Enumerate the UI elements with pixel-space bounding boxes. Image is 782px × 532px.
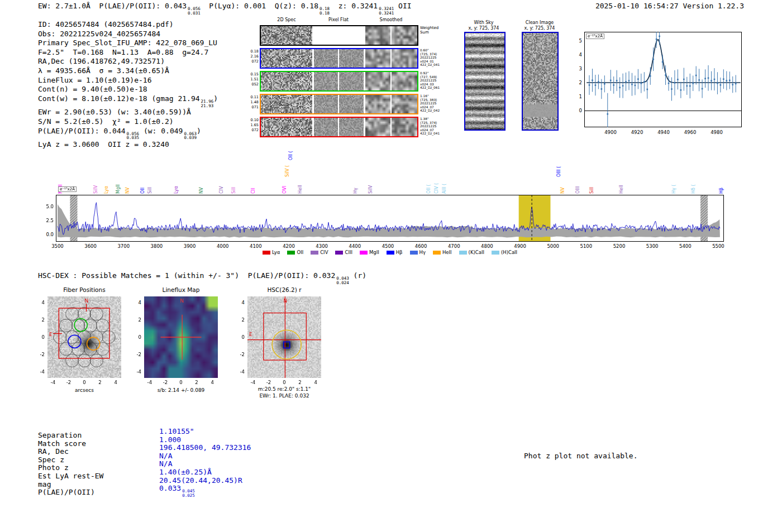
fit-ytick-0: 0 (570, 108, 582, 113)
spectrum-xtick-3800: 3800 (148, 243, 165, 249)
spectrum-xtick-5300: 5300 (644, 243, 661, 249)
match-value-4: N/A (159, 460, 251, 468)
info-line-1: Obs: 20221225v024_4025657484 (38, 30, 218, 39)
summary-header-line: EW: 2.7±1.0Å P(LAE)/P(OII): 0.0430.0560.… (38, 2, 412, 16)
spectrum-xtick-4400: 4400 (346, 243, 363, 249)
info-line-5: λ = 4935.66Å σ = 3.34(±0.65)Å (38, 66, 218, 76)
spec2d-row-3-right-labels: 1.16"(725, 383)20221225v024_07422_LU_042 (420, 94, 446, 113)
cutout-0-xtick--4: -4 (47, 380, 59, 385)
match-table-values: 1.10155"1.000196.418500, 49.732316N/AN/A… (159, 428, 251, 493)
legend-item-H: Hγ (410, 250, 426, 255)
legend-item-CIII: CIII (335, 250, 352, 255)
spec2d-row-3-left-labels: 0.111.48071 (246, 95, 259, 110)
cutout-1-xtick--2: -2 (160, 380, 171, 385)
cutout-2-ytick-0: 0 (232, 334, 245, 340)
hsc-cutout-title: HSC(26.2) r (247, 286, 321, 293)
col-header-pixel-flat: Pixel Flat (312, 17, 365, 22)
legend-swatch (387, 251, 394, 255)
fit-ytick-3: 3 (570, 66, 582, 71)
cutout-2-ytick-4: 4 (232, 300, 245, 305)
fiber-positions-cutout (47, 296, 121, 378)
emission-label-OII: OII (140, 188, 145, 194)
cutout-2-xtick-0: 0 (279, 380, 290, 385)
emission-label-HeII: HeII (619, 185, 624, 194)
spec2d-row-0-smoothed-strip (365, 26, 417, 45)
legend-swatch (335, 251, 343, 255)
spec2d-row-2-smoothed-strip (365, 72, 417, 90)
spectrum-ytick-5: 5.0 (39, 204, 54, 209)
spec2d-row-1-2dspec-strip (261, 49, 312, 68)
hsc-caption-morphology: m:20.5 re:2.0" s:1.1" (236, 386, 332, 392)
spectrum-xtick-4700: 4700 (446, 243, 462, 249)
spectrum-xtick-5400: 5400 (677, 243, 694, 249)
emission-label-SiIV: SiIV (93, 185, 98, 194)
spec2d-row-3 (260, 94, 418, 114)
legend-swatch (433, 251, 441, 255)
fit-xtick-4960: 4960 (682, 130, 699, 135)
uncertainty-stack: 0.0560.035 (127, 132, 140, 141)
spectrum-xtick-3900: 3900 (182, 243, 198, 249)
spec2d-row-2 (260, 71, 418, 92)
cutout-0-ytick-0: 0 (32, 334, 45, 340)
uncertainty-stack: 0.0630.039 (184, 132, 197, 141)
cutout-1-ytick--2: -2 (129, 352, 141, 357)
match-label-3: Spec z (38, 456, 103, 464)
cutout-0-ytick-2: 2 (32, 317, 45, 323)
spectrum-xtick-5000: 5000 (545, 243, 561, 249)
spec2d-row-4-smoothed-strip (365, 118, 417, 136)
cutout-2-xtick--2: -2 (263, 380, 274, 385)
fit-xtick-4920: 4920 (629, 130, 646, 135)
legend-swatch (263, 251, 270, 255)
spec2d-row-1-pixelflat-strip (314, 49, 364, 68)
fiber-positions-xlabel: arcsecs (47, 387, 121, 393)
emission-label-Ly: Lyα (104, 186, 109, 194)
spec2d-row-0 (260, 25, 418, 46)
spec2d-row-1-left-labels: 0.182.16072 (246, 49, 259, 64)
spec2d-row-4-left-labels: 0.101.65072 (246, 118, 259, 133)
line-fit-plot (584, 32, 742, 127)
spec2d-row-3-smoothed-strip (365, 95, 417, 113)
fiber-positions-title: Fiber Positions (47, 286, 121, 293)
emission-label-CII: CII (251, 188, 256, 194)
match-label-2: RA, Dec (38, 448, 103, 456)
cutout-2-xtick-2: 2 (294, 380, 306, 385)
spectrum-line-legend: LyαOIICIVCIIIMgIIHβHγHeII(K)CaII(H)CaII (56, 250, 724, 255)
spec2d-row-1-right-labels: 0.60"(725, 374)20221225v024_01422_LU_041 (420, 49, 446, 67)
spectrum-ytick-0: 0.0 (39, 232, 54, 237)
fit-ytick-5: 5 (570, 38, 582, 44)
spectrum-ylabel: e⁻¹⁷x2Å (58, 186, 77, 192)
cutout-1-ytick--4: -4 (129, 369, 141, 375)
clean-image-title: Clean Image (515, 20, 564, 25)
fit-plot-ylabel: e⁻¹⁷x2Å (586, 33, 604, 39)
spec2d-row-2-pixelflat-strip (314, 72, 364, 90)
match-value-5: 1.40(±0.25)Å (159, 468, 251, 477)
with-sky-xy-label: x, y: 725, 374 (458, 26, 509, 31)
emission-label-Ly: Lyα (174, 186, 179, 194)
clean-image-xy-label: x, y: 725, 374 (515, 26, 564, 31)
spectrum-xtick-4300: 4300 (313, 243, 330, 249)
spec2d-row-3-2dspec-strip (261, 95, 312, 113)
match-value-0: 1.10155" (159, 428, 251, 436)
match-label-0: Separation (38, 432, 103, 440)
spectrum-xtick-3500: 3500 (49, 243, 66, 249)
cutout-0-xtick--2: -2 (63, 380, 74, 385)
emission-label-NV: NV (199, 188, 204, 194)
spectrum-xtick-4200: 4200 (280, 243, 297, 249)
spec2d-row-4-pixelflat-strip (314, 118, 364, 136)
emission-label-SiII: SiII (231, 187, 236, 194)
cutout-0-xtick-0: 0 (79, 380, 90, 385)
hsc-image-cutout (247, 296, 321, 378)
cutout-1-xtick-4: 4 (207, 380, 218, 385)
info-line-0: ID: 4025657484 (4025657484.pdf) (38, 20, 218, 30)
emission-label-H: Hβ (719, 188, 724, 194)
spectrum-xtick-4500: 4500 (379, 243, 396, 249)
lineflux-map-cutout (144, 296, 218, 378)
fit-ytick-2: 2 (570, 80, 582, 85)
info-line-3: F=2.5" T=0.168 N=1.13 A=0.88 g=24.7 (38, 48, 218, 57)
emission-label-OII: OII ( (288, 151, 293, 160)
info-line-7: Cont(n) = 9.40(±0.50)e-18 (38, 85, 218, 94)
legend-swatch (311, 251, 318, 255)
legend-item-CIV: CIV (311, 250, 328, 255)
emission-label-MgII: MgII (116, 184, 121, 194)
cutout-2-ytick--2: -2 (232, 352, 245, 357)
